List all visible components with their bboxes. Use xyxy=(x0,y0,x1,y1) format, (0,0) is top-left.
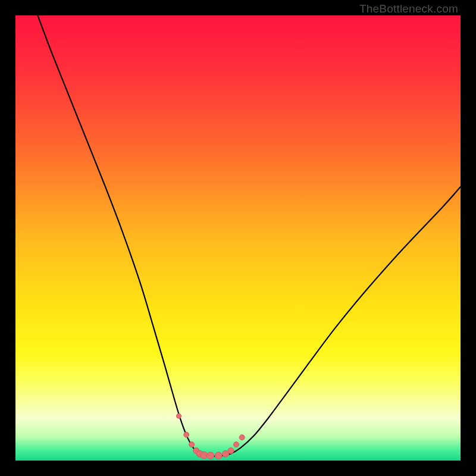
watermark-text: TheBottleneck.com xyxy=(359,2,458,15)
valley-marker xyxy=(184,432,189,437)
valley-marker xyxy=(215,452,222,459)
plot-area xyxy=(15,15,461,461)
valley-marker xyxy=(177,414,181,418)
valley-marker xyxy=(239,435,245,440)
valley-marker xyxy=(234,442,239,447)
valley-marker xyxy=(228,448,234,454)
bottleneck-curve xyxy=(37,15,461,456)
valley-marker xyxy=(189,442,195,447)
outer-frame: TheBottleneck.com xyxy=(0,0,476,476)
curve-layer xyxy=(15,15,461,461)
valley-marker xyxy=(207,452,214,459)
